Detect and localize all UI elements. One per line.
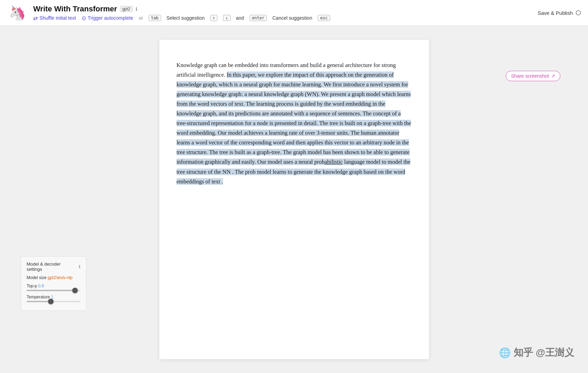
tab-key-hint: tab (149, 15, 161, 21)
cancel-suggestion-label: Cancel suggestion (272, 15, 312, 21)
model-size-value: gpt2/arxiv-nlp (48, 275, 73, 280)
app-title-block: Write With Transformer gpt2 ℹ ⇄ Shuffle … (33, 4, 330, 21)
app-title: Write With Transformer (33, 4, 117, 13)
autocomplete-icon: ⊙ (82, 15, 86, 21)
share-screenshot-button[interactable]: Share screenshot ↗ (506, 71, 560, 81)
logo-icon: 🦄 (7, 2, 28, 23)
temperature-slider-fill (27, 301, 51, 302)
top-p-slider-thumb[interactable] (72, 288, 78, 293)
header: 🦄 Write With Transformer gpt2 ℹ ⇄ Shuffl… (0, 0, 588, 26)
select-suggestion-label: Select suggestion (167, 15, 205, 21)
text-highlighted: In this paper, we explore the impact of … (177, 71, 411, 165)
watermark-text: 知乎 @王澍义 (514, 346, 574, 359)
top-p-slider-fill (27, 290, 75, 291)
settings-title-row: Model & decoder settings ℹ (27, 261, 81, 272)
trigger-autocomplete-btn[interactable]: ⊙ Trigger autocomplete (82, 15, 133, 21)
temperature-slider-track[interactable] (27, 301, 81, 302)
settings-title: Model & decoder settings (27, 261, 77, 272)
shuffle-label: Shuffle initial text (39, 15, 76, 21)
watermark-icon: 🌐 (499, 347, 511, 358)
editor-text[interactable]: Knowledge graph can be embedded into tra… (177, 60, 412, 186)
underline-word: abilistic (325, 159, 343, 165)
and-text: and (236, 15, 244, 21)
main-content: Knowledge graph can be embedded into tra… (0, 26, 588, 373)
top-p-label: Top-p 0.9 (27, 284, 81, 288)
shuffle-btn[interactable]: ⇄ Shuffle initial text (33, 15, 76, 21)
editor-container[interactable]: Knowledge graph can be embedded into tra… (159, 40, 429, 359)
top-p-value: 0.9 (38, 284, 44, 288)
model-badge: gpt2 (120, 6, 133, 12)
share-screenshot-label: Share screenshot (511, 73, 549, 79)
top-p-setting[interactable]: Top-p 0.9 (27, 284, 81, 291)
temperature-label: Temperature 1 (27, 295, 81, 299)
up-key-hint: ↑ (210, 15, 217, 21)
esc-key-hint: esc (318, 15, 330, 21)
shuffle-icon: ⇄ (33, 15, 38, 21)
top-p-slider-track[interactable] (27, 290, 81, 291)
info-icon[interactable]: ℹ (136, 6, 137, 12)
external-link-icon: ⬡ (576, 9, 581, 17)
model-size-label: Model size gpt2/arxiv-nlp (27, 275, 81, 280)
trigger-label: Trigger autocomplete (88, 15, 133, 21)
or-separator: or (139, 15, 143, 21)
watermark: 🌐 知乎 @王澍义 (499, 346, 574, 359)
enter-key-hint: enter (250, 15, 267, 21)
model-size-setting: Model size gpt2/arxiv-nlp (27, 275, 81, 280)
app-title-row: Write With Transformer gpt2 ℹ (33, 4, 330, 13)
settings-panel: Model & decoder settings ℹ Model size gp… (21, 256, 86, 311)
temperature-slider-thumb[interactable] (48, 299, 54, 304)
temperature-setting[interactable]: Temperature 1 (27, 295, 81, 302)
external-link-icon: ↗ (551, 73, 555, 79)
down-key-hint: ↓ (223, 15, 230, 21)
settings-info-icon[interactable]: ℹ (79, 264, 81, 269)
save-publish-label: Save & Publish (538, 10, 573, 16)
toolbar-row: ⇄ Shuffle initial text ⊙ Trigger autocom… (33, 15, 330, 21)
save-publish-button[interactable]: Save & Publish ⬡ (538, 9, 581, 17)
